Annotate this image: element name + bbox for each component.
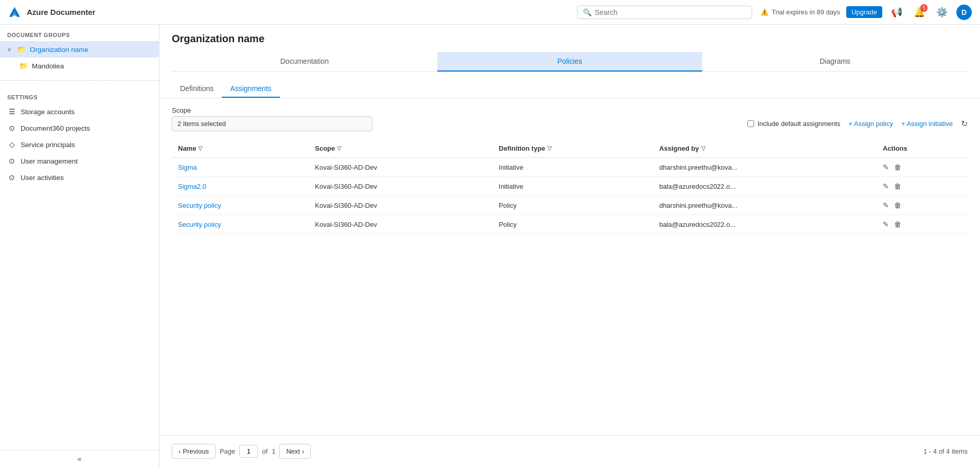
cell-actions-1: ✎ 🗑 <box>877 177 968 196</box>
brand-name: Azure Documenter <box>27 8 95 16</box>
sub-tab-assignments[interactable]: Assignments <box>222 80 279 98</box>
edit-icon-1[interactable]: ✎ <box>883 182 889 190</box>
name-link-0[interactable]: Sigma <box>178 164 197 171</box>
navbar-actions: ⚠️ Trial expires in 89 days Upgrade 📢 🔔 … <box>760 4 972 21</box>
refresh-button[interactable]: ↻ <box>961 119 968 129</box>
content-header: Organization name Documentation Policies… <box>159 25 980 72</box>
tab-diagrams[interactable]: Diagrams <box>702 52 968 71</box>
total-pages: 1 <box>272 447 275 455</box>
cell-actions-2: ✎ 🗑 <box>877 196 968 215</box>
service-principals-icon: ◇ <box>7 140 16 149</box>
assigned-by-filter-icon[interactable]: ▽ <box>701 145 705 152</box>
warning-icon: ⚠️ <box>760 8 769 16</box>
cell-scope-2: Kovai-SI360-AD-Dev <box>309 196 492 215</box>
scope-row: 2 items selected Include default assignm… <box>172 116 968 131</box>
notification-button[interactable]: 🔔 5 <box>911 4 928 21</box>
brand: Azure Documenter <box>8 5 95 20</box>
scope-dropdown[interactable]: 2 items selected <box>172 116 372 131</box>
edit-icon-2[interactable]: ✎ <box>883 201 889 209</box>
sidebar-item-document360[interactable]: ⊙ Document360 projects <box>0 120 159 136</box>
policies-content: Scope 2 items selected Include default a… <box>159 98 980 435</box>
tab-policies[interactable]: Policies <box>437 52 703 71</box>
tab-documentation[interactable]: Documentation <box>172 52 437 71</box>
edit-icon-3[interactable]: ✎ <box>883 220 889 228</box>
scope-controls: Include default assignments + Assign pol… <box>747 119 968 129</box>
table-body: Sigma Kovai-SI360-AD-Dev Initiative dhar… <box>172 158 968 234</box>
assign-initiative-button[interactable]: + Assign initiative <box>901 120 953 128</box>
name-link-3[interactable]: Security policy <box>178 221 221 228</box>
sub-tab-definitions[interactable]: Definitions <box>172 80 222 98</box>
chevron-left-icon: ‹ <box>179 447 181 455</box>
settings-button[interactable]: ⚙️ <box>934 4 950 21</box>
of-label: of <box>262 447 268 455</box>
search-bar[interactable]: 🔍 <box>577 6 752 19</box>
table-row: Security policy Kovai-SI360-AD-Dev Polic… <box>172 215 968 234</box>
edit-icon-0[interactable]: ✎ <box>883 163 889 171</box>
chevron-down-icon: ∨ <box>7 46 11 53</box>
delete-icon-1[interactable]: 🗑 <box>894 182 901 190</box>
assign-policy-button[interactable]: + Assign policy <box>849 120 893 128</box>
sidebar-child-label: Mandoliea <box>32 62 64 70</box>
sidebar-item-service-principals[interactable]: ◇ Service principals <box>0 136 159 153</box>
col-name-label: Name <box>178 145 196 152</box>
sidebar-item-mandoliea[interactable]: 📁 Mandoliea <box>0 58 159 74</box>
folder-icon-child: 📁 <box>19 61 28 70</box>
sidebar-collapse-button[interactable]: « <box>0 450 159 467</box>
include-default-checkbox-label[interactable]: Include default assignments <box>747 120 840 128</box>
col-scope-label: Scope <box>315 145 335 152</box>
document-groups-label: DOCUMENT GROUPS <box>0 25 159 41</box>
cell-name-3: Security policy <box>172 215 309 234</box>
page-label: Page <box>220 447 235 455</box>
pagination: ‹ Previous Page of 1 Next › 1 - 4 of 4 i… <box>159 435 980 467</box>
cell-name-2: Security policy <box>172 196 309 215</box>
sidebar-item-user-management[interactable]: ⊙ User management <box>0 153 159 169</box>
cell-name-0: Sigma <box>172 158 309 177</box>
cell-definition-type-1: Initiative <box>493 177 653 196</box>
sidebar: DOCUMENT GROUPS ∨ 📁 Organization name 📁 … <box>0 25 159 467</box>
sub-tabs: Definitions Assignments <box>159 72 980 98</box>
name-link-2[interactable]: Security policy <box>178 202 221 209</box>
col-scope: Scope ▽ <box>309 139 492 158</box>
cell-assigned-by-2: dharshini.preethu@kova... <box>653 196 877 215</box>
navbar: Azure Documenter 🔍 ⚠️ Trial expires in 8… <box>0 0 980 25</box>
name-filter-icon[interactable]: ▽ <box>198 145 202 152</box>
sidebar-item-storage[interactable]: ☰ Storage accounts <box>0 103 159 120</box>
col-name: Name ▽ <box>172 139 309 158</box>
cell-scope-1: Kovai-SI360-AD-Dev <box>309 177 492 196</box>
azure-logo <box>8 5 23 20</box>
content-area: Organization name Documentation Policies… <box>159 25 980 467</box>
cell-name-1: Sigma2.0 <box>172 177 309 196</box>
col-actions: Actions <box>877 139 968 158</box>
cell-assigned-by-0: dharshini.preethu@kova... <box>653 158 877 177</box>
avatar[interactable]: D <box>956 5 972 20</box>
cell-scope-3: Kovai-SI360-AD-Dev <box>309 215 492 234</box>
sidebar-service-principals-label: Service principals <box>21 141 75 149</box>
scope-filter-icon[interactable]: ▽ <box>337 145 341 152</box>
definition-type-filter-icon[interactable]: ▽ <box>547 145 551 152</box>
search-input[interactable] <box>595 8 746 16</box>
page-number-input[interactable] <box>239 445 258 458</box>
upgrade-button[interactable]: Upgrade <box>846 6 882 18</box>
table-header-row: Name ▽ Scope ▽ Definitio <box>172 139 968 158</box>
megaphone-button[interactable]: 📢 <box>888 4 905 21</box>
table-row: Security policy Kovai-SI360-AD-Dev Polic… <box>172 196 968 215</box>
include-default-checkbox[interactable] <box>747 120 754 127</box>
cell-definition-type-3: Policy <box>493 215 653 234</box>
name-link-1[interactable]: Sigma2.0 <box>178 183 206 190</box>
sidebar-document360-label: Document360 projects <box>21 124 90 132</box>
delete-icon-2[interactable]: 🗑 <box>894 201 901 209</box>
col-assigned-by-label: Assigned by <box>659 145 699 152</box>
col-assigned-by: Assigned by ▽ <box>653 139 877 158</box>
items-summary: 1 - 4 of 4 items <box>923 447 968 455</box>
table-row: Sigma Kovai-SI360-AD-Dev Initiative dhar… <box>172 158 968 177</box>
table-row: Sigma2.0 Kovai-SI360-AD-Dev Initiative b… <box>172 177 968 196</box>
previous-button[interactable]: ‹ Previous <box>172 444 216 459</box>
settings-label: SETTINGS <box>0 87 159 103</box>
delete-icon-0[interactable]: 🗑 <box>894 163 901 171</box>
page-title: Organization name <box>172 33 968 45</box>
sidebar-item-user-activities[interactable]: ⊙ User activities <box>0 169 159 186</box>
next-button[interactable]: Next › <box>279 444 311 459</box>
notification-badge: 5 <box>920 4 928 12</box>
sidebar-item-org[interactable]: ∨ 📁 Organization name <box>0 41 159 58</box>
delete-icon-3[interactable]: 🗑 <box>894 220 901 228</box>
